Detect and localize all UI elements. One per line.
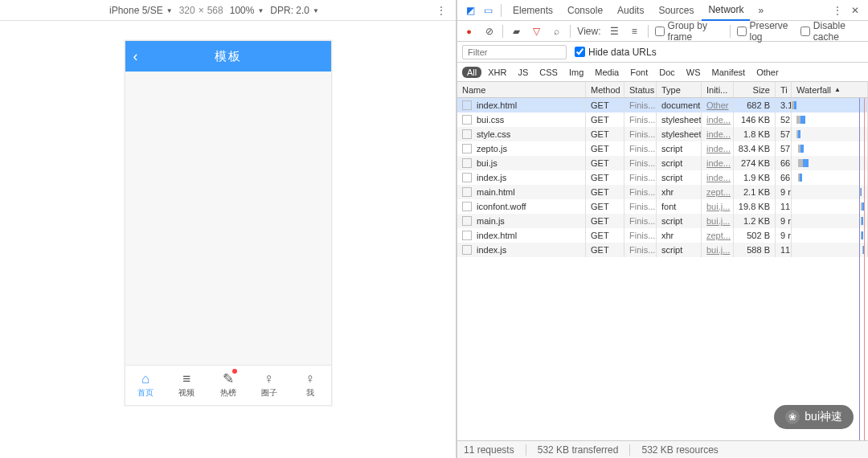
more-tabs-button[interactable]: »: [751, 0, 770, 21]
row-size: 19.8 KB: [734, 199, 776, 214]
devtools-tab-elements[interactable]: Elements: [506, 0, 559, 21]
type-filter-other[interactable]: Other: [751, 67, 784, 78]
row-name: index.html: [477, 231, 517, 240]
row-method: GET: [586, 156, 624, 170]
kebab-icon[interactable]: ⋮: [433, 5, 449, 16]
network-row[interactable]: index.jsGETFinis...scriptinde...1.9 KB66: [457, 170, 868, 185]
row-initiator[interactable]: inde...: [702, 141, 734, 156]
network-row[interactable]: index.htmlGETFinis...xhrzept...502 B9 r: [457, 228, 868, 243]
row-initiator[interactable]: bui.j...: [702, 199, 734, 214]
network-row[interactable]: bui.jsGETFinis...scriptinde...274 KB66: [457, 156, 868, 170]
col-initiator[interactable]: Initi...: [702, 82, 734, 97]
camera-icon[interactable]: ▰: [510, 23, 523, 39]
clear-icon[interactable]: ⊘: [482, 23, 496, 39]
network-row[interactable]: iconfont.woffGETFinis...fontbui.j...19.8…: [457, 199, 868, 214]
row-initiator[interactable]: zept...: [702, 185, 734, 199]
row-initiator[interactable]: bui.j...: [702, 243, 734, 257]
col-time[interactable]: Ti: [776, 82, 792, 97]
row-method: GET: [586, 98, 624, 112]
row-initiator[interactable]: inde...: [702, 170, 734, 185]
network-row[interactable]: style.cssGETFinis...stylesheetinde...1.8…: [457, 127, 868, 141]
row-time: 9 r: [776, 228, 792, 243]
view-large-icon[interactable]: ☰: [607, 23, 620, 39]
type-filter-manifest[interactable]: Manifest: [707, 67, 751, 78]
type-filter-js[interactable]: JS: [513, 67, 533, 78]
emulator-pane: iPhone 5/SE ▼ 320×568 100% ▼ DPR: 2.0 ▼ …: [0, 0, 457, 458]
col-name[interactable]: Name: [457, 82, 586, 97]
back-button[interactable]: ‹: [133, 48, 149, 65]
type-filter-doc[interactable]: Doc: [654, 67, 680, 78]
preserve-log-checkbox[interactable]: Preserve log: [737, 20, 794, 43]
dpr-select[interactable]: DPR: 2.0 ▼: [270, 5, 319, 16]
network-row[interactable]: main.htmlGETFinis...xhrzept...2.1 KB9 r: [457, 185, 868, 199]
row-waterfall: [792, 98, 868, 112]
row-size: 1.2 KB: [734, 214, 776, 228]
filter-input[interactable]: [462, 45, 567, 59]
device-stage: ‹ 模板 ⌂首页≡视频✎热榜♀圈子♀我: [0, 21, 456, 458]
row-name: style.css: [477, 129, 510, 139]
col-size[interactable]: Size: [734, 82, 776, 97]
row-time: 9 r: [776, 214, 792, 228]
col-type[interactable]: Type: [657, 82, 702, 97]
app-tabbar: ⌂首页≡视频✎热榜♀圈子♀我: [125, 365, 331, 405]
chevron-down-icon: ▼: [166, 7, 173, 14]
row-waterfall: [792, 127, 868, 141]
row-initiator[interactable]: bui.j...: [702, 214, 734, 228]
row-initiator[interactable]: inde...: [702, 112, 734, 127]
row-name: iconfont.woff: [477, 202, 526, 211]
devtools-tab-console[interactable]: Console: [561, 0, 609, 21]
device-select[interactable]: iPhone 5/SE ▼: [109, 5, 173, 16]
row-initiator[interactable]: Other: [702, 98, 734, 112]
row-name: zepto.js: [477, 144, 507, 153]
tab-label: 视频: [178, 387, 194, 399]
summary-resources: 532 KB resources: [641, 444, 718, 456]
row-status: Finis...: [624, 141, 657, 156]
zoom-select[interactable]: 100% ▼: [230, 5, 264, 16]
record-icon[interactable]: ●: [462, 23, 476, 39]
col-method[interactable]: Method: [586, 82, 624, 97]
row-size: 682 B: [734, 98, 776, 112]
network-row[interactable]: zepto.jsGETFinis...scriptinde...83.4 KB5…: [457, 141, 868, 156]
type-filter-font[interactable]: Font: [625, 67, 653, 78]
group-by-frame-checkbox[interactable]: Group by frame: [655, 20, 723, 43]
hide-data-urls-checkbox[interactable]: Hide data URLs: [575, 47, 657, 58]
row-initiator[interactable]: zept...: [702, 228, 734, 243]
network-row[interactable]: index.jsGETFinis...scriptbui.j...588 B11: [457, 243, 868, 257]
row-status: Finis...: [624, 199, 657, 214]
tab-hot[interactable]: ✎热榜: [207, 366, 248, 405]
devtools-tab-network[interactable]: Network: [702, 0, 750, 21]
disable-cache-checkbox[interactable]: Disable cache: [800, 20, 863, 43]
tab-me[interactable]: ♀我: [289, 366, 330, 405]
view-small-icon[interactable]: ≡: [628, 23, 641, 39]
network-table-body[interactable]: index.htmlGETFinis...documentOther682 B3…: [457, 98, 868, 440]
network-table-header: Name Method Status Type Initi... Size Ti…: [457, 82, 868, 98]
row-initiator[interactable]: inde...: [702, 127, 734, 141]
network-row[interactable]: index.htmlGETFinis...documentOther682 B3…: [457, 98, 868, 112]
type-filter-ws[interactable]: WS: [682, 67, 706, 78]
row-status: Finis...: [624, 98, 657, 112]
devtools-tab-audits[interactable]: Audits: [611, 0, 650, 21]
tab-home[interactable]: ⌂首页: [125, 366, 166, 405]
type-filter-css[interactable]: CSS: [534, 67, 563, 78]
type-filter-img[interactable]: Img: [564, 67, 588, 78]
inspect-icon[interactable]: ◩: [462, 2, 478, 18]
row-status: Finis...: [624, 170, 657, 185]
kebab-icon[interactable]: ⋮: [829, 2, 845, 18]
filter-icon[interactable]: ▽: [530, 23, 543, 39]
col-waterfall[interactable]: Waterfall▲: [792, 82, 868, 97]
row-method: GET: [586, 112, 624, 127]
col-status[interactable]: Status: [624, 82, 657, 97]
toggle-device-icon[interactable]: ▭: [480, 2, 496, 18]
type-filter-media[interactable]: Media: [590, 67, 624, 78]
type-filter-xhr[interactable]: XHR: [483, 67, 511, 78]
network-row[interactable]: bui.cssGETFinis...stylesheetinde...146 K…: [457, 112, 868, 127]
type-filter-all[interactable]: All: [462, 67, 481, 78]
tab-video[interactable]: ≡视频: [166, 366, 207, 405]
tab-circle[interactable]: ♀圈子: [248, 366, 289, 405]
row-initiator[interactable]: inde...: [702, 156, 734, 170]
devtools-tab-sources[interactable]: Sources: [652, 0, 700, 21]
close-icon[interactable]: ✕: [847, 2, 863, 18]
network-row[interactable]: main.jsGETFinis...scriptbui.j...1.2 KB9 …: [457, 214, 868, 228]
row-waterfall: [792, 199, 868, 214]
search-icon[interactable]: ⌕: [550, 23, 563, 39]
